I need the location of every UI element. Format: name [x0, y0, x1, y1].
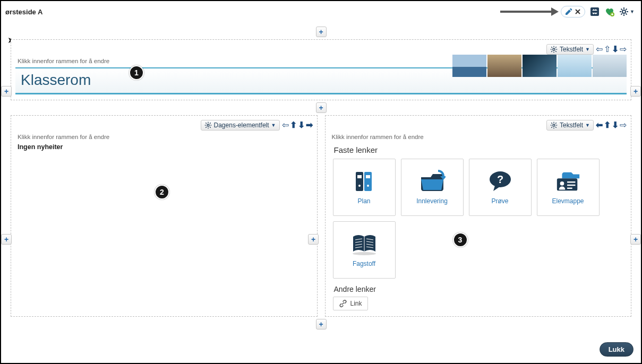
- svg-line-7: [621, 9, 622, 10]
- links-section2-title: Andre lenker: [330, 279, 627, 297]
- heart-icon[interactable]: [604, 6, 615, 17]
- svg-point-2: [622, 10, 626, 13]
- editor-canvas: + Tekstfelt ▼ ⇦ ⇧ ⬇ ⇨ Klikk innenfor ram…: [1, 19, 641, 330]
- close-button[interactable]: Lukk: [600, 342, 634, 357]
- hero-move-arrows: ⇦ ⇧ ⬇ ⇨: [596, 45, 627, 54]
- svg-rect-40: [357, 175, 362, 178]
- tile-grid: Plan Innlevering ? Prøve: [330, 159, 627, 279]
- svg-line-17: [555, 51, 557, 52]
- add-block-bottom[interactable]: +: [316, 319, 327, 330]
- id-folder-icon: [555, 170, 581, 193]
- svg-line-37: [555, 123, 557, 124]
- close-icon: [574, 8, 581, 15]
- news-type-dropdown[interactable]: Dagens-elementfelt ▼: [201, 120, 280, 131]
- arrow-up-icon[interactable]: ⬆: [604, 121, 611, 129]
- arrow-left-icon[interactable]: ⇦: [282, 121, 289, 129]
- tile-label: Innlevering: [416, 197, 448, 205]
- svg-rect-50: [567, 188, 572, 189]
- annotation-badge-3: 3: [453, 232, 468, 247]
- svg-rect-49: [567, 185, 575, 186]
- other-link-label: Link: [350, 300, 362, 307]
- arrow-down-icon[interactable]: ⬇: [298, 121, 305, 129]
- edit-mode-pill[interactable]: [561, 6, 585, 18]
- arrow-up-icon[interactable]: ⇧: [604, 45, 611, 54]
- annotation-badge-2: 2: [155, 185, 169, 200]
- svg-point-11: [553, 48, 555, 50]
- hero-block[interactable]: Tekstfelt ▼ ⇦ ⇧ ⬇ ⇨ Klikk innenfor ramme…: [11, 39, 631, 100]
- add-block-right-1[interactable]: +: [630, 86, 641, 97]
- top-controls: ▼: [500, 6, 635, 18]
- links-dropdown-label: Tekstfelt: [560, 122, 583, 129]
- arrow-down-icon[interactable]: ⬇: [612, 121, 619, 129]
- svg-line-9: [621, 14, 622, 15]
- folder-arrow-icon: [419, 170, 446, 193]
- add-block-left-1[interactable]: +: [1, 86, 12, 97]
- other-link-item[interactable]: Link: [333, 297, 368, 310]
- hero-dropdown-label: Tekstfelt: [560, 46, 583, 53]
- link-icon: [339, 299, 347, 308]
- question-bubble-icon: ?: [487, 170, 513, 193]
- tile-plan[interactable]: Plan: [333, 159, 396, 216]
- news-content: Ingen nyheiter: [15, 143, 313, 151]
- add-block-middle-2[interactable]: +: [308, 234, 319, 245]
- tile-fagstoff[interactable]: Fagstoff: [333, 221, 396, 279]
- top-bar: ørsteside A ▼: [1, 1, 641, 19]
- tile-label: Elevmappe: [552, 197, 584, 205]
- svg-line-25: [206, 123, 207, 124]
- links-hint: Klikk innenfor rammen for å endre: [330, 133, 627, 143]
- links-block[interactable]: Tekstfelt ▼ ⬅ ⬆ ⬇ ⇨ Klikk innenfor ramme…: [325, 115, 632, 317]
- svg-text:?: ?: [497, 174, 503, 185]
- arrow-up-icon[interactable]: ⬆: [290, 121, 297, 129]
- svg-point-20: [207, 124, 209, 126]
- plan-icon: [351, 170, 378, 193]
- svg-line-28: [210, 123, 211, 124]
- news-move-arrows: ⇦ ⬆ ⬇ ➡: [282, 121, 313, 129]
- news-dropdown-label: Dagens-elementfelt: [214, 122, 269, 129]
- annotation-arrow: [500, 11, 553, 13]
- arrow-right-icon[interactable]: ⇨: [620, 121, 627, 129]
- svg-rect-39: [364, 172, 372, 191]
- tile-label: Plan: [357, 197, 370, 205]
- svg-line-16: [551, 47, 552, 48]
- svg-point-42: [358, 185, 361, 187]
- news-block[interactable]: Dagens-elementfelt ▼ ⇦ ⬆ ⬇ ➡ Klikk innen…: [11, 115, 318, 317]
- svg-line-26: [210, 127, 211, 128]
- svg-line-19: [555, 47, 557, 48]
- arrow-right-icon[interactable]: ⇨: [620, 45, 627, 54]
- svg-line-35: [555, 127, 557, 128]
- hero-title: Klasserom: [21, 72, 91, 89]
- add-block-left-2[interactable]: +: [1, 234, 12, 245]
- svg-point-43: [367, 185, 369, 187]
- news-hint: Klikk innenfor rammen for å endre: [15, 133, 313, 143]
- add-block-top[interactable]: +: [316, 27, 327, 37]
- tile-label: Prøve: [491, 197, 508, 205]
- tile-label: Fagstoff: [353, 260, 375, 267]
- svg-line-36: [551, 127, 552, 128]
- svg-line-8: [626, 14, 627, 15]
- gear-icon: [550, 122, 558, 129]
- tile-elevmappe[interactable]: Elevmappe: [537, 159, 600, 216]
- svg-line-10: [626, 9, 627, 10]
- gear-icon: [550, 46, 558, 53]
- pencil-icon: [564, 7, 573, 16]
- book-icon: [351, 232, 378, 256]
- svg-line-27: [206, 127, 207, 128]
- page-title: ørsteside A: [5, 8, 42, 16]
- links-type-dropdown[interactable]: Tekstfelt ▼: [546, 120, 594, 131]
- settings-gear-icon[interactable]: ▼: [619, 7, 635, 16]
- tile-prove[interactable]: ? Prøve: [469, 159, 532, 216]
- expand-icon[interactable]: [589, 6, 600, 17]
- hero-thumbnails: [452, 55, 627, 77]
- svg-rect-41: [366, 175, 370, 178]
- arrow-left-icon[interactable]: ⇦: [596, 45, 603, 54]
- add-block-right-2[interactable]: +: [630, 234, 641, 245]
- links-move-arrows: ⬅ ⬆ ⬇ ⇨: [596, 121, 627, 129]
- arrow-left-icon[interactable]: ⬅: [596, 121, 603, 129]
- add-block-mid[interactable]: +: [316, 102, 327, 113]
- tile-innlevering[interactable]: Innlevering: [401, 159, 464, 216]
- arrow-down-icon[interactable]: ⬇: [612, 45, 619, 54]
- hero-type-dropdown[interactable]: Tekstfelt ▼: [546, 44, 594, 55]
- svg-rect-48: [567, 181, 575, 183]
- links-section1-title: Faste lenker: [330, 143, 627, 159]
- arrow-right-icon[interactable]: ➡: [306, 121, 313, 129]
